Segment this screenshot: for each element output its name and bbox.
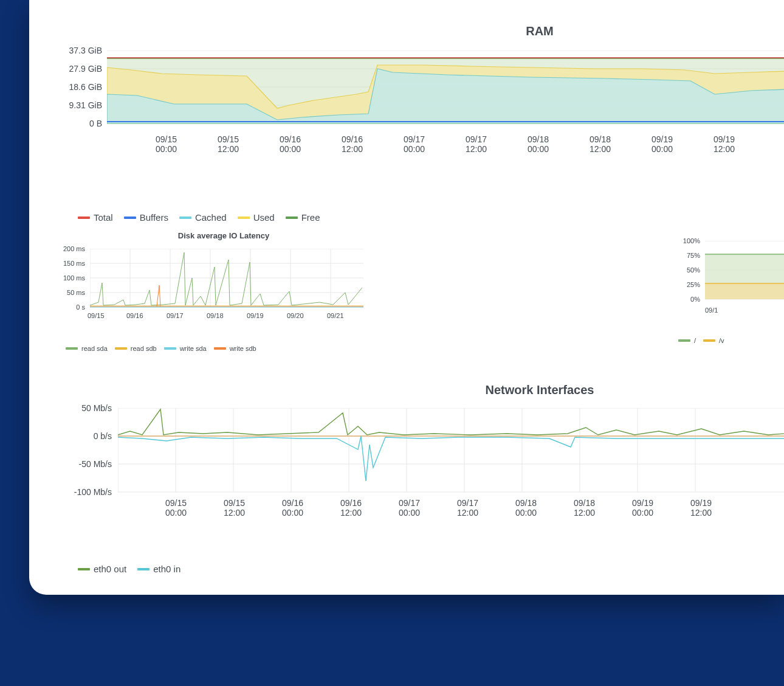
xt: 09/18 00:00 <box>515 498 537 518</box>
net-y-tick: 0 b/s <box>94 431 112 441</box>
xt: 09/18 00:00 <box>528 134 549 154</box>
xt: 09/15 12:00 <box>218 134 239 154</box>
diskpct-plot[interactable] <box>705 241 784 302</box>
xt: 09/15 00:00 <box>165 498 187 518</box>
xt: 09/16 00:00 <box>282 498 303 518</box>
net-x-tick: 09/15 12:00 <box>224 498 245 518</box>
diskpct-y-tick: 50% <box>687 266 700 274</box>
xt: 09/17 00:00 <box>399 498 420 518</box>
legend-item-write-sda[interactable]: write sda <box>164 345 207 352</box>
xt: 09/16 12:00 <box>340 498 362 518</box>
xt: 09/16 12:00 <box>342 134 363 154</box>
diskio-y-tick: 200 ms <box>63 245 85 252</box>
legend-item-used[interactable]: Used <box>238 212 275 223</box>
net-x-tick: 09/16 12:00 <box>340 498 362 518</box>
ram-y-tick: 0 B <box>89 119 102 128</box>
ram-legend[interactable]: Total Buffers Cached Used Free <box>78 212 783 223</box>
legend-item-read-sda[interactable]: read sda <box>66 345 108 352</box>
xt: 09/19 12:00 <box>690 498 712 518</box>
net-title: Network Interfaces <box>297 383 783 397</box>
legend-item-read-sdb[interactable]: read sdb <box>115 345 157 352</box>
ram-x-tick: 09/19 12:00 <box>714 134 735 154</box>
net-x-tick: 09/15 00:00 <box>165 498 187 518</box>
swatch-icon <box>238 217 250 219</box>
swatch-icon <box>678 339 690 342</box>
swatch-icon <box>703 339 715 342</box>
xt: 09/19 00:00 <box>652 134 673 154</box>
ram-x-tick: 09/15 00:00 <box>156 134 177 154</box>
net-x-tick: 09/17 00:00 <box>399 498 420 518</box>
legend-item-cached[interactable]: Cached <box>179 212 227 223</box>
legend-label: read sdb <box>131 345 157 352</box>
net-plot[interactable] <box>118 408 784 493</box>
swatch-icon <box>214 347 226 350</box>
diskio-x-tick: 09/20 <box>287 312 304 319</box>
svg-rect-25 <box>705 283 784 299</box>
ram-x-tick: 09/19 00:00 <box>652 134 673 154</box>
legend-item-write-sdb[interactable]: write sdb <box>214 345 256 352</box>
diskio-y-tick: 150 ms <box>63 260 85 267</box>
xt: 09/16 00:00 <box>280 134 301 154</box>
legend-label: read sda <box>81 345 108 352</box>
diskio-x-tick: 09/16 <box>126 312 143 319</box>
legend-label: Buffers <box>140 212 168 223</box>
legend-label: Total <box>94 212 113 223</box>
diskpct-legend[interactable]: / /v <box>678 337 784 344</box>
net-x-tick: 09/18 12:00 <box>574 498 595 518</box>
swatch-icon <box>78 217 90 219</box>
legend-item-eth0-out[interactable]: eth0 out <box>78 564 126 574</box>
diskio-x-tick: 09/21 <box>327 312 344 319</box>
net-y-tick: 50 Mb/s <box>81 403 112 413</box>
legend-item-total[interactable]: Total <box>78 212 113 223</box>
diskpct-y-tick: 100% <box>683 237 700 244</box>
net-legend[interactable]: eth0 out eth0 in <box>78 564 783 574</box>
legend-label: eth0 out <box>94 564 126 574</box>
diskio-plot[interactable] <box>90 249 363 310</box>
diskpct-y-tick: 0% <box>690 296 700 303</box>
ram-x-tick: 09/17 12:00 <box>466 134 487 154</box>
diskio-y-tick: 0 s <box>76 303 85 311</box>
net-x-tick: 09/18 00:00 <box>515 498 537 518</box>
diskpct-y-tick: 75% <box>687 252 700 259</box>
xt: 09/17 12:00 <box>457 498 478 518</box>
dashboard-card: RAM 37.3 GiB 27.9 GiB 18.6 GiB 9.31 GiB … <box>29 0 784 595</box>
net-x-tick: 09/19 00:00 <box>632 498 653 518</box>
legend-item-eth0-in[interactable]: eth0 in <box>137 564 181 574</box>
net-x-tick: 09/16 00:00 <box>282 498 303 518</box>
legend-label: / <box>694 337 696 344</box>
ram-plot[interactable] <box>107 50 784 130</box>
swatch-icon <box>124 217 136 219</box>
ram-y-tick: 37.3 GiB <box>69 46 102 55</box>
diskio-x-tick: 09/18 <box>207 312 224 319</box>
diskio-y-tick: 100 ms <box>63 274 85 282</box>
diskio-title: Disk average IO Latency <box>78 231 370 240</box>
swatch-icon <box>286 217 298 219</box>
net-y-tick: -50 Mb/s <box>79 459 112 469</box>
ram-x-tick: 09/17 00:00 <box>404 134 425 154</box>
diskpct-x-tick: 09/1 <box>705 307 718 314</box>
disk-pct-panel[interactable]: 100% 75% 50% 25% 0% 09/ <box>675 241 784 344</box>
legend-label: write sdb <box>230 345 256 352</box>
legend-item-free[interactable]: Free <box>286 212 320 223</box>
swatch-icon <box>115 347 127 350</box>
diskio-legend[interactable]: read sda read sdb write sda write sdb <box>66 345 370 352</box>
legend-label: write sda <box>180 345 207 352</box>
diskio-x-tick: 09/19 <box>247 312 264 319</box>
legend-item-buffers[interactable]: Buffers <box>124 212 168 223</box>
swatch-icon <box>179 217 191 219</box>
diskio-x-tick: 09/17 <box>167 312 184 319</box>
ram-x-tick: 09/15 12:00 <box>218 134 239 154</box>
ram-panel[interactable]: RAM 37.3 GiB 27.9 GiB 18.6 GiB 9.31 GiB … <box>53 24 783 223</box>
legend-item-other[interactable]: /v <box>703 337 724 344</box>
ram-x-tick: 09/18 12:00 <box>590 134 611 154</box>
ram-x-tick: 09/18 00:00 <box>528 134 549 154</box>
xt: 09/17 12:00 <box>466 134 487 154</box>
net-x-tick: 09/17 12:00 <box>457 498 478 518</box>
legend-item-root[interactable]: / <box>678 337 696 344</box>
legend-label: eth0 in <box>153 564 181 574</box>
diskio-panel[interactable]: Disk average IO Latency 200 ms 150 ms 10… <box>53 231 370 352</box>
legend-label: Used <box>253 212 275 223</box>
ram-x-tick: 09/16 12:00 <box>342 134 363 154</box>
swatch-icon <box>137 568 150 570</box>
net-panel[interactable]: Network Interfaces 50 Mb/s 0 b/s -50 Mb/… <box>53 383 783 574</box>
